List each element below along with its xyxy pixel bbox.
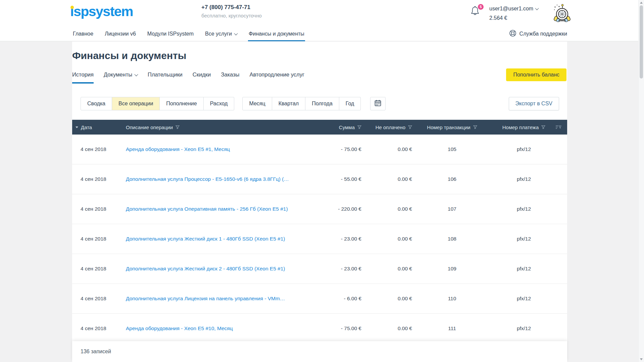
funnel-icon[interactable]	[473, 125, 477, 129]
funnel-icon[interactable]	[408, 125, 412, 129]
lifebuoy-icon	[509, 30, 516, 38]
main-nav: Главное Лицензии v6 Модули ISPsystem Все…	[0, 27, 644, 41]
nav-item-main[interactable]: Главное	[72, 27, 94, 41]
table-row: 4 сен 2018 Аренда оборудования - Xeon E5…	[72, 314, 567, 343]
cell-date: 4 сен 2018	[72, 236, 126, 242]
cell-payment: pfx/12	[492, 325, 556, 331]
notifications-button[interactable]: 5	[470, 5, 482, 17]
cell-transaction: 108	[412, 236, 492, 242]
funnel-icon[interactable]	[357, 125, 361, 129]
tab-documents[interactable]: Документы	[104, 71, 138, 84]
content-card: Финансы и документы История Документы Пл…	[72, 42, 567, 362]
avatar[interactable]	[552, 2, 572, 23]
cell-description: Аренда оборудования - Xeon E5 #1, Месяц	[126, 146, 314, 152]
phone-number: +7 (800) 775-47-71	[201, 4, 262, 11]
cell-amount: - 6.00 €	[314, 296, 361, 302]
operation-link[interactable]: Аренда оборудования - Xeon E5 #10, Месяц	[126, 325, 233, 331]
column-header-description[interactable]: Описание операции	[126, 124, 314, 130]
chevron-down-icon	[234, 32, 238, 35]
scrollbar-thumb[interactable]	[640, 5, 643, 79]
export-csv-button[interactable]: Экспорт в CSV	[509, 97, 559, 110]
cell-description: Дополнительная услуга Процессор - E5-165…	[126, 176, 314, 182]
table-row: 4 сен 2018 Дополнительная услуга Жесткий…	[72, 224, 567, 254]
cell-transaction: 110	[412, 296, 492, 302]
table-header-row: Дата Описание операции Сумма Не оплачено…	[72, 120, 567, 135]
page-title: Финансы и документы	[72, 50, 186, 61]
tab-payers[interactable]: Плательщики	[148, 71, 183, 84]
tab-orders[interactable]: Заказы	[221, 71, 239, 84]
tab-discounts[interactable]: Скидки	[193, 71, 211, 84]
support-button[interactable]: Служба поддержки	[509, 27, 567, 41]
filter-all-operations-button[interactable]: Все операции	[112, 97, 160, 110]
operation-link[interactable]: Дополнительная услуга Жесткий диск 2 - 4…	[126, 266, 285, 271]
column-header-payment[interactable]: Номер платежа	[492, 124, 556, 130]
cell-payment: pfx/12	[492, 236, 556, 242]
filter-topup-button[interactable]: Пополнение	[160, 97, 203, 110]
filter-list-icon	[556, 125, 561, 129]
scroll-down-arrow-icon[interactable]	[640, 358, 643, 360]
table-row: 4 сен 2018 Аренда оборудования - Xeon E5…	[72, 135, 567, 164]
tab-label: Плательщики	[148, 71, 183, 78]
topup-balance-button[interactable]: Пополнить баланс	[506, 68, 566, 81]
user-email-text: user1@user1.com	[489, 6, 533, 12]
cell-payment: pfx/12	[492, 146, 556, 152]
table-row: 4 сен 2018 Дополнительная услуга Жесткий…	[72, 254, 567, 284]
cell-amount: - 75.00 €	[314, 325, 361, 331]
chevron-down-icon	[134, 72, 138, 76]
column-label: Номер транзакции	[427, 124, 470, 130]
filter-expense-button[interactable]: Расход	[204, 97, 235, 110]
nav-item-all-services[interactable]: Все услуги	[204, 27, 238, 41]
column-header-amount[interactable]: Сумма	[314, 124, 361, 130]
cell-transaction: 107	[412, 206, 492, 212]
operation-link[interactable]: Дополнительная услуга Процессор - E5-165…	[126, 176, 289, 182]
nav-item-finances[interactable]: Финансы и документы	[248, 27, 305, 41]
column-header-date[interactable]: Дата	[72, 124, 126, 130]
operation-link[interactable]: Дополнительная услуга Оперативная память…	[126, 206, 288, 212]
operation-link[interactable]: Аренда оборудования - Xeon E5 #1, Месяц	[126, 146, 230, 152]
cell-amount: - 220.00 €	[314, 206, 361, 212]
chevron-down-icon	[535, 6, 539, 10]
vertical-scrollbar[interactable]	[638, 0, 644, 362]
period-halfyear-button[interactable]: Полгода	[305, 97, 339, 110]
astronaut-avatar-icon	[552, 2, 572, 23]
cell-transaction: 109	[412, 266, 492, 272]
column-header-transaction[interactable]: Номер транзакции	[412, 124, 492, 130]
ispsystem-logo[interactable]: ıspsystem	[70, 4, 133, 19]
cell-transaction: 106	[412, 176, 492, 182]
operation-link[interactable]: Дополнительная услуга Лицензия на панель…	[126, 296, 285, 301]
nav-item-licenses-v6[interactable]: Лицензии v6	[104, 27, 137, 41]
cell-unpaid: 0.00 €	[361, 266, 412, 272]
records-count: 136 записей	[81, 349, 111, 355]
nav-item-label: Модули ISPsystem	[147, 31, 194, 37]
cell-date: 4 сен 2018	[72, 176, 126, 182]
nav-item-modules[interactable]: Модули ISPsystem	[147, 27, 194, 41]
period-quarter-button[interactable]: Квартал	[272, 97, 305, 110]
calendar-period-button[interactable]	[370, 97, 386, 110]
cell-payment: pfx/12	[492, 296, 556, 302]
cell-unpaid: 0.00 €	[361, 206, 412, 212]
tab-autorenew[interactable]: Автопродление услуг	[249, 71, 304, 84]
cell-unpaid: 0.00 €	[361, 146, 412, 152]
period-year-button[interactable]: Год	[339, 97, 361, 110]
filters-toolbar: Сводка Все операции Пополнение Расход Ме…	[72, 97, 567, 110]
user-menu[interactable]: user1@user1.com	[489, 6, 538, 12]
column-label: Дата	[81, 124, 92, 130]
period-month-button[interactable]: Месяц	[242, 97, 272, 110]
logo-text: ıspsystem	[70, 4, 133, 19]
cell-description: Дополнительная услуга Оперативная память…	[126, 206, 314, 212]
column-header-unpaid[interactable]: Не оплачено	[361, 124, 412, 130]
tab-label: Заказы	[221, 71, 239, 78]
scroll-up-arrow-icon[interactable]	[640, 2, 643, 4]
cell-payment: pfx/12	[492, 266, 556, 272]
filter-summary-button[interactable]: Сводка	[81, 97, 112, 110]
tab-history[interactable]: История	[72, 71, 94, 84]
operation-link[interactable]: Дополнительная услуга Жесткий диск 1 - 4…	[126, 236, 285, 242]
table-filter-menu[interactable]	[556, 125, 567, 129]
column-label: Описание операции	[126, 124, 173, 130]
cell-payment: pfx/12	[492, 206, 556, 212]
funnel-icon[interactable]	[541, 125, 545, 129]
period-filter-group: Месяц Квартал Полгода Год	[242, 97, 361, 110]
calendar-icon	[374, 99, 382, 108]
funnel-icon[interactable]	[176, 125, 180, 129]
bell-icon	[470, 11, 480, 17]
